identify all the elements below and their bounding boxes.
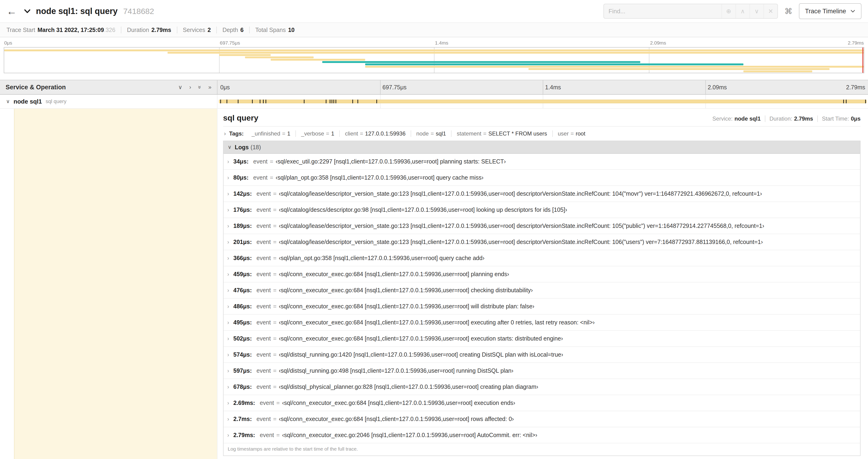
log-row[interactable]: › 366μs: event = ‹sql/plan_opt.go:358 [n… (223, 250, 860, 266)
find-input[interactable] (604, 4, 721, 18)
log-field-key: event (260, 399, 274, 407)
log-event-tick (843, 100, 844, 103)
log-event-tick (304, 100, 305, 103)
log-row[interactable]: › 502μs: event = ‹sql/conn_executor_exec… (223, 331, 860, 347)
logs-count: (18) (251, 144, 261, 151)
chevron-right-icon: › (227, 431, 229, 439)
expand-all-icon[interactable]: » (208, 84, 211, 91)
summary-item: Depth6 (217, 27, 250, 33)
log-row[interactable]: › 495μs: event = ‹sql/conn_executor_exec… (223, 315, 860, 331)
chevron-right-icon: › (227, 286, 229, 294)
back-arrow-icon[interactable]: ← (6, 5, 19, 17)
log-row[interactable]: › 142μs: event = ‹sql/catalog/lease/desc… (223, 186, 860, 202)
logs-accordian-header[interactable]: ∨ Logs (18) (223, 141, 860, 154)
tag-value: 1 (287, 130, 290, 137)
log-event-tick (220, 100, 221, 103)
log-timestamp: 574μs: (233, 351, 252, 358)
log-equals: = (276, 399, 280, 407)
trace-view-dropdown[interactable]: Trace Timeline (799, 3, 862, 19)
tag-equals: = (570, 130, 574, 137)
log-field-key: event (256, 286, 271, 294)
minimap-span-bar (743, 70, 812, 72)
summary-item: Services2 (177, 27, 217, 33)
span-detail-header: sql query Service:node sql1Duration:2.79… (223, 113, 861, 127)
tag-value: 127.0.0.1:59936 (365, 130, 406, 137)
ruler-label: 1.4ms (545, 84, 561, 91)
log-field-key: event (256, 318, 271, 326)
tag-value: root (576, 130, 585, 137)
find-next-icon[interactable]: ∨ (749, 4, 764, 18)
log-event-tick (376, 100, 377, 103)
summary-value: 2.79ms (151, 27, 171, 33)
tag-key: statement (457, 130, 481, 137)
chevron-right-icon: › (227, 302, 229, 310)
chevron-right-icon: › (224, 130, 226, 137)
span-meta-item: Duration:2.79ms (765, 116, 818, 122)
log-field-key: event (256, 238, 271, 246)
log-event-tick (332, 100, 332, 103)
log-field-key: event (256, 351, 271, 358)
collapse-all-icon[interactable]: » (196, 86, 203, 89)
find-match-icon[interactable]: ⊕ (721, 4, 736, 18)
span-duration-bar[interactable] (219, 100, 867, 103)
log-timestamp: 2.7ms: (233, 415, 252, 423)
log-row[interactable]: › 597μs: event = ‹sql/distsql_running.go… (223, 363, 860, 379)
log-message: ‹sql/distsql_physical_planner.go:828 [ns… (279, 383, 538, 391)
chevron-right-icon: › (227, 270, 229, 278)
log-message: ‹sql/plan_opt.go:358 [nsql1,client=127.0… (279, 254, 485, 262)
log-row[interactable]: › 2.79ms: event = ‹sql/conn_executor_exe… (223, 427, 860, 444)
log-row[interactable]: › 80μs: event = ‹sql/plan_opt.go:358 [ns… (223, 170, 860, 186)
find-bar: ⊕ ∧ ∨ ✕ (603, 4, 778, 19)
keyboard-shortcuts-button[interactable]: ⌘ (783, 6, 794, 16)
log-row[interactable]: › 678μs: event = ‹sql/distsql_physical_p… (223, 379, 860, 395)
minimap-scrubber[interactable] (862, 47, 863, 73)
tags-accordian[interactable]: › Tags: _unfinished=1_verbose=1client=12… (223, 127, 861, 141)
find-prev-icon[interactable]: ∧ (736, 4, 749, 18)
log-row[interactable]: › 486μs: event = ‹sql/conn_executor_exec… (223, 299, 860, 315)
trace-collapse-chevron-icon[interactable] (23, 7, 31, 15)
span-meta-item: Service:node sql1 (708, 116, 765, 122)
log-field-key: event (256, 383, 271, 391)
tag-key: user (558, 130, 569, 137)
log-row[interactable]: › 176μs: event = ‹sql/catalog/descs/desc… (223, 202, 860, 218)
log-event-tick (865, 100, 866, 103)
ruler-gridline (705, 80, 706, 94)
service-operation-heading: Service & Operation (6, 84, 66, 91)
trace-view-label: Trace Timeline (805, 8, 846, 15)
collapse-one-icon[interactable]: ∨ (178, 84, 183, 91)
log-row[interactable]: › 2.69ms: event = ‹sql/conn_executor_exe… (223, 395, 860, 411)
timeline-header-icons: ∨ › » » (178, 84, 211, 91)
log-row[interactable]: › 459μs: event = ‹sql/conn_executor_exec… (223, 266, 860, 283)
log-message: ‹sql/conn_executor_exec.go:684 [nsql1,cl… (279, 415, 514, 423)
log-timestamp: 459μs: (233, 270, 252, 278)
log-row[interactable]: › 476μs: event = ‹sql/conn_executor_exec… (223, 283, 860, 299)
minimap-time-label: 697.75μs (220, 40, 240, 46)
find-clear-icon[interactable]: ✕ (764, 4, 777, 18)
span-meta-label: Service: (712, 116, 733, 122)
minimap-time-label: 0μs (4, 40, 12, 46)
span-meta-value: 2.79ms (794, 116, 813, 122)
log-row[interactable]: › 2.7ms: event = ‹sql/conn_executor_exec… (223, 411, 860, 427)
log-row[interactable]: › 189μs: event = ‹sql/catalog/lease/desc… (223, 218, 860, 234)
log-message: ‹sql/catalog/lease/descriptor_version_st… (279, 222, 764, 230)
tag-equals: = (483, 130, 487, 137)
log-timestamp: 366μs: (233, 254, 252, 262)
expand-one-icon[interactable]: › (189, 84, 191, 91)
span-row-name[interactable]: ∨ node sql1 sql query (0, 95, 217, 108)
minimap-canvas[interactable] (4, 47, 864, 73)
chevron-down-icon[interactable]: ∨ (6, 98, 10, 104)
chevron-right-icon: › (227, 190, 229, 198)
log-equals: = (273, 286, 277, 294)
log-equals: = (273, 238, 277, 246)
log-timestamp: 142μs: (233, 190, 252, 198)
log-field-key: event (256, 190, 271, 198)
span-row: ∨ node sql1 sql query (0, 95, 868, 109)
log-row[interactable]: › 201μs: event = ‹sql/catalog/lease/desc… (223, 234, 860, 250)
minimap-span-bar (167, 52, 864, 54)
log-row[interactable]: › 574μs: event = ‹sql/distsql_running.go… (223, 347, 860, 363)
span-bar-track (219, 100, 867, 103)
span-row-timeline[interactable] (217, 95, 868, 108)
log-event-tick (238, 100, 239, 103)
summary-item: Duration2.79ms (121, 27, 177, 33)
log-row[interactable]: › 34μs: event = ‹sql/exec_util.go:2297 [… (223, 154, 860, 170)
